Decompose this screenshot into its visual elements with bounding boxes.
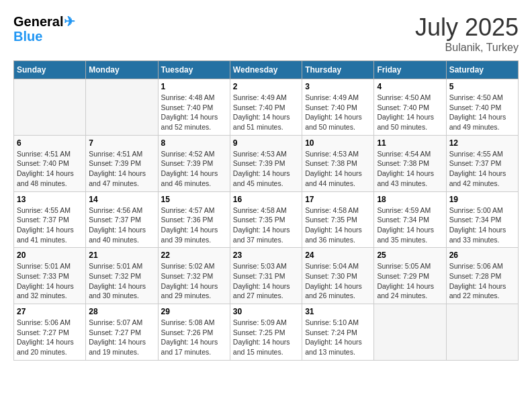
day-cell: 28Sunrise: 5:07 AM Sunset: 7:27 PM Dayli…	[86, 304, 158, 361]
day-info: Sunrise: 5:09 AM Sunset: 7:25 PM Dayligh…	[233, 318, 299, 357]
day-number: 17	[305, 195, 371, 204]
day-number: 6	[17, 138, 83, 148]
day-number: 23	[233, 250, 299, 260]
header-monday: Monday	[86, 61, 158, 79]
day-cell: 20Sunrise: 5:01 AM Sunset: 7:33 PM Dayli…	[14, 248, 86, 304]
day-number: 31	[305, 307, 371, 316]
day-info: Sunrise: 4:49 AM Sunset: 7:40 PM Dayligh…	[305, 93, 371, 132]
day-info: Sunrise: 4:49 AM Sunset: 7:40 PM Dayligh…	[233, 93, 299, 132]
day-number: 7	[89, 138, 154, 148]
logo: General ✈ Blue	[13, 13, 75, 43]
day-cell: 8Sunrise: 4:52 AM Sunset: 7:39 PM Daylig…	[158, 135, 230, 191]
day-info: Sunrise: 4:53 AM Sunset: 7:39 PM Dayligh…	[233, 149, 299, 189]
day-number: 21	[89, 250, 154, 260]
day-cell: 17Sunrise: 4:58 AM Sunset: 7:35 PM Dayli…	[302, 191, 374, 248]
day-info: Sunrise: 4:51 AM Sunset: 7:40 PM Dayligh…	[17, 149, 83, 189]
day-number: 15	[161, 195, 227, 204]
day-cell: 22Sunrise: 5:02 AM Sunset: 7:32 PM Dayli…	[158, 248, 230, 304]
day-cell: 11Sunrise: 4:54 AM Sunset: 7:38 PM Dayli…	[374, 135, 446, 191]
day-info: Sunrise: 5:02 AM Sunset: 7:32 PM Dayligh…	[161, 261, 227, 301]
week-row-1: 1Sunrise: 4:48 AM Sunset: 7:40 PM Daylig…	[14, 79, 519, 136]
day-cell: 31Sunrise: 5:10 AM Sunset: 7:24 PM Dayli…	[302, 304, 374, 361]
day-cell: 2Sunrise: 4:49 AM Sunset: 7:40 PM Daylig…	[230, 79, 302, 136]
day-number: 28	[89, 307, 154, 316]
day-info: Sunrise: 5:06 AM Sunset: 7:27 PM Dayligh…	[17, 318, 83, 357]
day-info: Sunrise: 4:50 AM Sunset: 7:40 PM Dayligh…	[449, 93, 515, 132]
day-cell: 26Sunrise: 5:06 AM Sunset: 7:28 PM Dayli…	[446, 248, 518, 304]
day-cell: 19Sunrise: 5:00 AM Sunset: 7:34 PM Dayli…	[446, 191, 518, 248]
day-info: Sunrise: 5:08 AM Sunset: 7:26 PM Dayligh…	[161, 318, 227, 357]
day-cell: 7Sunrise: 4:51 AM Sunset: 7:39 PM Daylig…	[86, 135, 158, 191]
day-info: Sunrise: 5:06 AM Sunset: 7:28 PM Dayligh…	[449, 261, 515, 301]
day-cell: 13Sunrise: 4:55 AM Sunset: 7:37 PM Dayli…	[14, 191, 86, 248]
day-cell: 5Sunrise: 4:50 AM Sunset: 7:40 PM Daylig…	[446, 79, 518, 136]
day-number: 18	[377, 195, 443, 204]
header-tuesday: Tuesday	[158, 61, 230, 79]
day-number: 19	[449, 195, 515, 204]
day-cell: 18Sunrise: 4:59 AM Sunset: 7:34 PM Dayli…	[374, 191, 446, 248]
header: General ✈ Blue July 2025 Bulanik, Turkey	[13, 13, 519, 54]
day-cell: 4Sunrise: 4:50 AM Sunset: 7:40 PM Daylig…	[374, 79, 446, 136]
day-cell: 21Sunrise: 5:01 AM Sunset: 7:32 PM Dayli…	[86, 248, 158, 304]
logo-block: General ✈ Blue	[13, 13, 75, 43]
day-info: Sunrise: 5:07 AM Sunset: 7:27 PM Dayligh…	[89, 318, 154, 357]
week-row-5: 27Sunrise: 5:06 AM Sunset: 7:27 PM Dayli…	[14, 304, 519, 361]
day-info: Sunrise: 4:57 AM Sunset: 7:36 PM Dayligh…	[161, 205, 227, 245]
day-info: Sunrise: 4:58 AM Sunset: 7:35 PM Dayligh…	[305, 205, 371, 245]
day-info: Sunrise: 4:52 AM Sunset: 7:39 PM Dayligh…	[161, 149, 227, 189]
day-cell	[446, 304, 518, 361]
day-info: Sunrise: 4:56 AM Sunset: 7:37 PM Dayligh…	[89, 205, 154, 245]
title-block: July 2025 Bulanik, Turkey	[415, 13, 519, 54]
day-cell	[86, 79, 158, 136]
header-sunday: Sunday	[14, 61, 86, 79]
day-number: 30	[233, 307, 299, 316]
day-cell: 16Sunrise: 4:58 AM Sunset: 7:35 PM Dayli…	[230, 191, 302, 248]
day-cell: 3Sunrise: 4:49 AM Sunset: 7:40 PM Daylig…	[302, 79, 374, 136]
day-info: Sunrise: 4:59 AM Sunset: 7:34 PM Dayligh…	[377, 205, 443, 245]
day-cell: 23Sunrise: 5:03 AM Sunset: 7:31 PM Dayli…	[230, 248, 302, 304]
day-info: Sunrise: 5:03 AM Sunset: 7:31 PM Dayligh…	[233, 261, 299, 301]
day-info: Sunrise: 5:10 AM Sunset: 7:24 PM Dayligh…	[305, 318, 371, 357]
day-cell: 27Sunrise: 5:06 AM Sunset: 7:27 PM Dayli…	[14, 304, 86, 361]
day-info: Sunrise: 5:04 AM Sunset: 7:30 PM Dayligh…	[305, 261, 371, 301]
day-number: 22	[161, 250, 227, 260]
day-number: 3	[305, 82, 371, 91]
day-info: Sunrise: 4:53 AM Sunset: 7:38 PM Dayligh…	[305, 149, 371, 189]
day-number: 4	[377, 82, 443, 91]
day-number: 5	[449, 82, 515, 91]
day-info: Sunrise: 4:55 AM Sunset: 7:37 PM Dayligh…	[17, 205, 83, 245]
day-number: 12	[449, 138, 515, 148]
day-cell: 24Sunrise: 5:04 AM Sunset: 7:30 PM Dayli…	[302, 248, 374, 304]
day-number: 13	[17, 195, 83, 204]
day-number: 25	[377, 250, 443, 260]
day-number: 10	[305, 138, 371, 148]
week-row-3: 13Sunrise: 4:55 AM Sunset: 7:37 PM Dayli…	[14, 191, 519, 248]
day-number: 29	[161, 307, 227, 316]
week-row-4: 20Sunrise: 5:01 AM Sunset: 7:33 PM Dayli…	[14, 248, 519, 304]
day-number: 14	[89, 195, 154, 204]
day-cell	[14, 79, 86, 136]
day-info: Sunrise: 4:58 AM Sunset: 7:35 PM Dayligh…	[233, 205, 299, 245]
day-cell: 9Sunrise: 4:53 AM Sunset: 7:39 PM Daylig…	[230, 135, 302, 191]
bird-icon: ✈	[64, 13, 75, 30]
location: Bulanik, Turkey	[415, 42, 519, 54]
month-year: July 2025	[415, 13, 519, 42]
day-cell: 30Sunrise: 5:09 AM Sunset: 7:25 PM Dayli…	[230, 304, 302, 361]
calendar: SundayMondayTuesdayWednesdayThursdayFrid…	[13, 60, 519, 361]
day-cell: 29Sunrise: 5:08 AM Sunset: 7:26 PM Dayli…	[158, 304, 230, 361]
day-number: 20	[17, 250, 83, 260]
day-number: 27	[17, 307, 83, 316]
day-cell: 1Sunrise: 4:48 AM Sunset: 7:40 PM Daylig…	[158, 79, 230, 136]
header-friday: Friday	[374, 61, 446, 79]
logo-bottom: Blue	[13, 30, 75, 43]
day-number: 24	[305, 250, 371, 260]
day-number: 2	[233, 82, 299, 91]
day-info: Sunrise: 5:01 AM Sunset: 7:32 PM Dayligh…	[89, 261, 154, 301]
header-wednesday: Wednesday	[230, 61, 302, 79]
day-info: Sunrise: 5:01 AM Sunset: 7:33 PM Dayligh…	[17, 261, 83, 301]
header-thursday: Thursday	[302, 61, 374, 79]
day-number: 11	[377, 138, 443, 148]
day-cell: 25Sunrise: 5:05 AM Sunset: 7:29 PM Dayli…	[374, 248, 446, 304]
day-number: 9	[233, 138, 299, 148]
day-info: Sunrise: 5:00 AM Sunset: 7:34 PM Dayligh…	[449, 205, 515, 245]
